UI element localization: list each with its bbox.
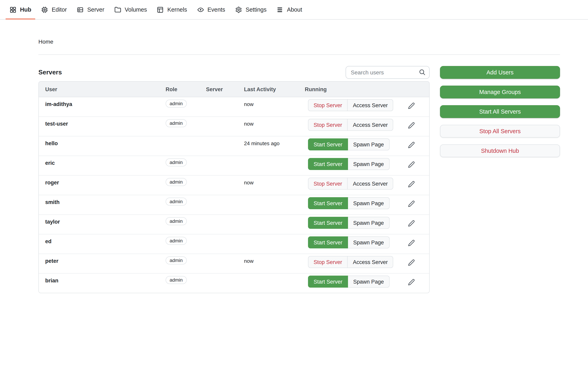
running-cell: Stop Server Access Server [305, 97, 429, 116]
user-name: test-user [39, 117, 165, 136]
manage-groups-button[interactable]: Manage Groups [440, 86, 560, 98]
role-badge: admin [165, 158, 187, 166]
server-cell [206, 274, 244, 293]
nav-item-events[interactable]: Events [193, 0, 229, 19]
start-server-button[interactable]: Start Server [308, 217, 348, 229]
search-input[interactable] [346, 66, 430, 79]
last-activity: now [244, 97, 305, 116]
table-row: eric admin Start Server Spawn Page [39, 156, 429, 175]
stop-server-button[interactable]: Stop Server [308, 119, 348, 131]
role-cell: admin [165, 234, 206, 254]
edit-user-button[interactable] [408, 259, 415, 266]
user-name: brian [39, 274, 165, 293]
nav-item-volumes[interactable]: Volumes [110, 0, 151, 19]
table-row: ed admin Start Server Spawn Page [39, 234, 429, 254]
shutdown-hub-button[interactable]: Shutdown Hub [440, 144, 560, 157]
nav-item-kernels[interactable]: Kernels [153, 0, 191, 19]
start-server-button[interactable]: Start Server [308, 138, 348, 150]
nav-item-editor[interactable]: Editor [37, 0, 71, 19]
server-icon [77, 6, 83, 13]
grid-icon [9, 6, 16, 13]
last-activity: 24 minutes ago [244, 136, 305, 156]
role-cell: admin [165, 215, 206, 234]
role-cell: admin [165, 97, 206, 116]
table-row: peter admin now Stop Server Access Serve… [39, 254, 429, 274]
role-cell [165, 136, 206, 156]
user-name: peter [39, 254, 165, 273]
server-cell [206, 117, 244, 136]
role-cell: admin [165, 195, 206, 214]
user-name: eric [39, 156, 165, 175]
server-cell [206, 195, 244, 214]
add-users-button[interactable]: Add Users [440, 66, 560, 79]
nav-item-hub[interactable]: Hub [6, 0, 35, 19]
column-header-role: Role [165, 86, 206, 92]
start-server-button[interactable]: Start Server [308, 236, 348, 248]
edit-user-button[interactable] [408, 141, 415, 148]
server-action-group: Stop Server Access Server [308, 256, 393, 268]
table-icon [157, 6, 164, 13]
user-name: im-adithya [39, 97, 165, 116]
access-server-button[interactable]: Access Server [348, 178, 393, 190]
start-all-servers-button[interactable]: Start All Servers [440, 105, 560, 118]
page-title: Servers [38, 69, 62, 76]
role-badge: admin [165, 237, 187, 245]
access-server-button[interactable]: Access Server [348, 119, 393, 131]
last-activity [244, 156, 305, 175]
access-server-button[interactable]: Access Server [348, 256, 393, 268]
server-cell [206, 215, 244, 234]
spawn-page-button[interactable]: Spawn Page [348, 158, 389, 170]
role-cell: admin [165, 254, 206, 273]
server-action-group: Start Server Spawn Page [308, 197, 389, 209]
start-server-button[interactable]: Start Server [308, 158, 348, 170]
nav-item-settings[interactable]: Settings [231, 0, 271, 19]
running-cell: Stop Server Access Server [305, 254, 429, 273]
stop-server-button[interactable]: Stop Server [308, 256, 348, 268]
stop-all-servers-button[interactable]: Stop All Servers [440, 125, 560, 138]
edit-user-button[interactable] [408, 122, 415, 129]
edit-user-button[interactable] [408, 278, 415, 285]
folder-icon [114, 6, 121, 13]
server-cell [206, 97, 244, 116]
edit-user-button[interactable] [408, 180, 415, 188]
search-users [346, 66, 430, 79]
main-content: Home Servers User Role [38, 20, 560, 293]
start-server-button[interactable]: Start Server [308, 197, 348, 209]
edit-user-button[interactable] [408, 220, 415, 227]
server-action-group: Start Server Spawn Page [308, 217, 389, 229]
gear-icon [235, 6, 242, 13]
spawn-page-button[interactable]: Spawn Page [348, 197, 389, 209]
access-server-button[interactable]: Access Server [348, 99, 393, 111]
start-server-button[interactable]: Start Server [308, 276, 348, 288]
edit-user-button[interactable] [408, 239, 415, 246]
edit-user-button[interactable] [408, 102, 415, 109]
spawn-page-button[interactable]: Spawn Page [348, 138, 389, 150]
column-header-running: Running [305, 86, 429, 92]
nav-item-about[interactable]: About [273, 0, 306, 19]
running-cell: Start Server Spawn Page [305, 215, 429, 234]
role-badge: admin [165, 256, 187, 264]
last-activity [244, 234, 305, 254]
running-cell: Start Server Spawn Page [305, 156, 429, 175]
user-name: taylor [39, 215, 165, 234]
stop-server-button[interactable]: Stop Server [308, 99, 348, 111]
spawn-page-button[interactable]: Spawn Page [348, 236, 389, 248]
last-activity: now [244, 254, 305, 273]
stop-server-button[interactable]: Stop Server [308, 178, 348, 190]
role-cell: admin [165, 117, 206, 136]
role-cell: admin [165, 175, 206, 195]
server-action-group: Start Server Spawn Page [308, 236, 389, 248]
edit-user-button[interactable] [408, 161, 415, 168]
user-name: ed [39, 234, 165, 254]
role-cell: admin [165, 274, 206, 293]
role-badge: admin [165, 198, 187, 206]
edit-user-button[interactable] [408, 200, 415, 207]
spawn-page-button[interactable]: Spawn Page [348, 217, 389, 229]
nav-item-server[interactable]: Server [73, 0, 108, 19]
server-action-group: Start Server Spawn Page [308, 276, 389, 288]
server-action-group: Stop Server Access Server [308, 178, 393, 190]
table-row: brian admin Start Server Spawn Page [39, 274, 429, 293]
role-cell: admin [165, 156, 206, 175]
spawn-page-button[interactable]: Spawn Page [348, 276, 389, 288]
last-activity: now [244, 117, 305, 136]
